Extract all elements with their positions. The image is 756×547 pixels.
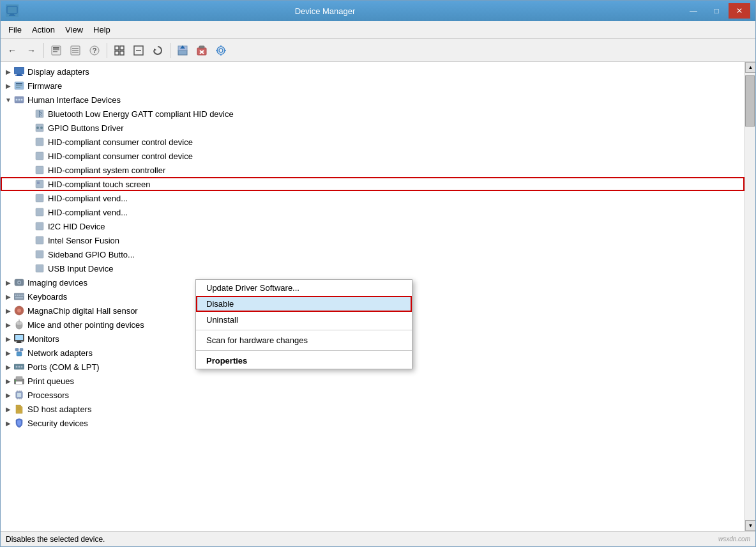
label-usb-input: USB Input Device (48, 264, 114, 274)
status-bar: Disables the selected device. wsxdn.com (1, 531, 755, 546)
label-intel-sensor: Intel Sensor Fusion (48, 236, 119, 245)
title-bar-center: Device Manager (19, 6, 683, 16)
label-i2c-hid: I2C HID Device (48, 222, 105, 231)
svg-rect-60 (36, 250, 43, 258)
ctx-scan-hardware[interactable]: Scan for hardware changes (196, 332, 412, 348)
toolbar-help[interactable]: ? (86, 42, 103, 59)
expand-ports[interactable]: ▶ (3, 362, 13, 372)
toolbar-expand[interactable] (110, 42, 128, 59)
icon-i2c-hid (34, 220, 45, 232)
icon-hid-consumer-2 (34, 150, 45, 162)
expand-imaging[interactable]: ▶ (3, 277, 13, 288)
expand-magnachip[interactable]: ▶ (3, 305, 13, 316)
icon-mice (13, 319, 25, 330)
svg-rect-80 (17, 341, 21, 343)
tree-item-print-queues[interactable]: ▶ Print queues (1, 374, 745, 388)
tree-item-gpio-buttons[interactable]: GPIO Buttons Driver (1, 121, 745, 135)
toolbar-properties[interactable] (47, 42, 65, 59)
svg-rect-10 (72, 52, 79, 53)
svg-rect-14 (120, 46, 124, 50)
menu-bar: File Action View Help (1, 21, 755, 39)
svg-rect-0 (7, 6, 17, 13)
toolbar-uninstall[interactable] (193, 42, 211, 59)
label-mice: Mice and other pointing devices (27, 320, 144, 330)
close-button[interactable]: ✕ (729, 3, 750, 19)
expand-mice[interactable]: ▶ (3, 320, 13, 330)
icon-hid-vendor-1 (34, 192, 45, 204)
ctx-properties[interactable]: Properties (196, 353, 412, 369)
toolbar-back[interactable]: ← (3, 42, 21, 59)
tree-item-bluetooth-hid[interactable]: Bluetooth Low Energy GATT compliant HID … (1, 107, 745, 121)
window-title: Device Manager (19, 6, 631, 16)
icon-hid-vendor-2 (34, 206, 45, 218)
svg-rect-4 (53, 47, 59, 49)
menu-file[interactable]: File (3, 23, 27, 36)
expand-human-interface[interactable]: ▼ (3, 95, 13, 105)
svg-line-85 (17, 351, 19, 352)
menu-help[interactable]: Help (88, 23, 116, 36)
expand-firmware[interactable]: ▶ (3, 81, 13, 91)
main-area: ▶ Display adapters ▶ (1, 62, 755, 531)
scrollbar-thumb[interactable] (745, 75, 755, 127)
ctx-uninstall[interactable]: Uninstall (196, 312, 412, 328)
tree-item-sd-host[interactable]: ▶ SD host adapters (1, 402, 745, 416)
expand-processors[interactable]: ▶ (3, 390, 13, 400)
svg-rect-71 (15, 297, 23, 298)
tree-item-human-interface[interactable]: ▼ Human Interface Devices (1, 93, 745, 107)
vertical-scrollbar[interactable]: ▲ ▼ (745, 62, 755, 531)
icon-hid-consumer-1 (34, 136, 45, 148)
tree-item-i2c-hid[interactable]: I2C HID Device (1, 219, 745, 233)
label-display-adapters: Display adapters (27, 67, 89, 77)
tree-item-sideband-gpio[interactable]: Sideband GPIO Butto... (1, 247, 745, 261)
expand-sd-host[interactable]: ▶ (3, 404, 13, 414)
ctx-update-driver[interactable]: Update Driver Software... (196, 280, 412, 296)
tree-item-usb-input[interactable]: USB Input Device (1, 261, 745, 275)
ctx-disable[interactable]: Disable (196, 296, 412, 312)
tree-item-intel-sensor[interactable]: Intel Sensor Fusion (1, 233, 745, 247)
toolbar-list[interactable] (66, 42, 84, 59)
expand-monitors[interactable]: ▶ (3, 334, 13, 344)
toolbar-refresh[interactable] (149, 42, 167, 59)
tree-item-processors[interactable]: ▶ Processors (1, 388, 745, 402)
expand-network[interactable]: ▶ (3, 348, 13, 358)
svg-rect-53 (36, 166, 43, 174)
toolbar-collapse[interactable] (130, 42, 147, 59)
tree-item-hid-consumer-1[interactable]: HID-compliant consumer control device (1, 135, 745, 149)
toolbar-update-driver[interactable] (174, 42, 192, 59)
svg-point-41 (16, 99, 18, 101)
expand-i2c-hid (24, 221, 34, 231)
svg-point-90 (21, 366, 23, 368)
scrollbar-down[interactable]: ▼ (745, 520, 755, 531)
scrollbar-up[interactable]: ▲ (745, 62, 755, 73)
toolbar-scan[interactable] (212, 42, 230, 59)
tree-item-hid-vendor-2[interactable]: HID-compliant vend... (1, 205, 745, 219)
minimize-button[interactable]: — (683, 3, 704, 19)
device-tree[interactable]: ▶ Display adapters ▶ (1, 62, 745, 531)
label-hid-touch: HID-compliant touch screen (48, 180, 150, 189)
status-text: Disables the selected device. (6, 535, 718, 544)
tree-item-hid-consumer-2[interactable]: HID-compliant consumer control device (1, 149, 745, 163)
label-imaging: Imaging devices (27, 278, 87, 288)
svg-rect-81 (16, 343, 22, 343)
menu-action[interactable]: Action (27, 23, 60, 36)
tree-item-security[interactable]: ▶ Security devices (1, 416, 745, 430)
tree-item-hid-touch[interactable]: HID-compliant touch screen (1, 177, 745, 191)
tree-item-hid-vendor-1[interactable]: HID-compliant vend... (1, 191, 745, 205)
toolbar-forward[interactable]: → (22, 42, 40, 59)
svg-rect-38 (16, 85, 22, 86)
menu-view[interactable]: View (60, 23, 88, 36)
label-firmware: Firmware (27, 81, 62, 91)
expand-intel-sensor (24, 235, 34, 245)
svg-point-88 (16, 366, 18, 368)
expand-display-adapters[interactable]: ▶ (3, 66, 13, 77)
tree-item-display-adapters[interactable]: ▶ Display adapters (1, 65, 745, 79)
maximize-button[interactable]: □ (706, 3, 727, 19)
expand-security[interactable]: ▶ (3, 418, 13, 428)
scrollbar-track[interactable] (745, 73, 755, 520)
expand-print-queues[interactable]: ▶ (3, 376, 13, 386)
expand-keyboards[interactable]: ▶ (3, 291, 13, 302)
title-bar: Device Manager — □ ✕ (1, 1, 755, 21)
tree-item-hid-system[interactable]: HID-compliant system controller (1, 163, 745, 177)
tree-item-firmware[interactable]: ▶ Firmware (1, 79, 745, 93)
icon-sd-host (13, 403, 25, 415)
